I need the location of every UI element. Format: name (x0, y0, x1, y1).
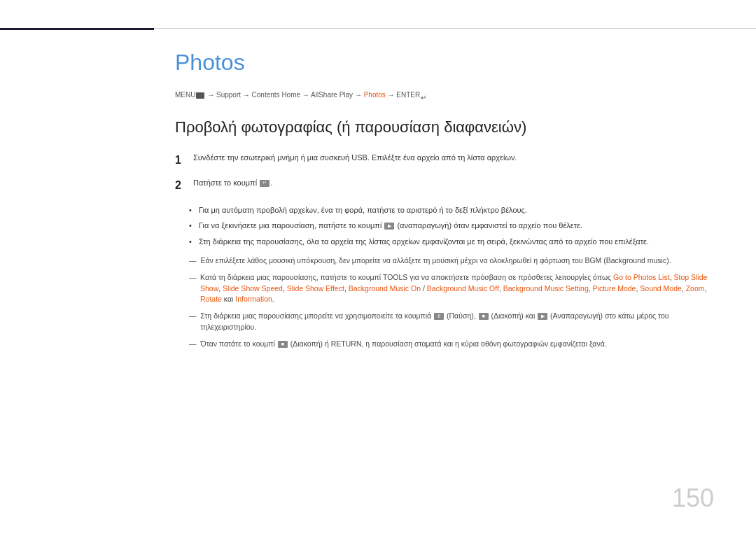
sub-item-3-text: Στη διάρκεια μιας παρουσίασης μπορείτε ν… (200, 311, 714, 333)
photos-link: Photos (364, 91, 386, 99)
bullet-2-text: Για να ξεκινήσετε μια παρουσίαση, πατήστ… (199, 220, 582, 232)
zoom-link: Zoom (686, 284, 705, 293)
slide-speed-link: Slide Show Speed (223, 284, 283, 293)
step-1-text: Συνδέστε την εσωτερική μνήμη ή μια συσκε… (193, 152, 517, 169)
sub-item-4-text: Όταν πατάτε το κουμπί ■ (Διακοπή) ή RETU… (201, 339, 607, 350)
content-area: Photos MENU → Support → Contents Home → … (154, 28, 756, 534)
enter-btn: ↵ (260, 180, 270, 187)
bgm-off-link: Background Music Off (427, 284, 499, 293)
sound-mode-link: Sound Mode (640, 284, 682, 293)
picture-mode-link: Picture Mode (593, 284, 636, 293)
sub-item-1-text: Εάν επιλέξετε λάθος μουσική υπόκρουση, δ… (201, 255, 671, 267)
goto-photos-link: Go to Photos List (613, 273, 670, 281)
sub-item-3: Στη διάρκεια μιας παρουσίασης μπορείτε ν… (189, 311, 714, 333)
sub-item-1: Εάν επιλέξετε λάθος μουσική υπόκρουση, δ… (189, 255, 714, 267)
bullet-1: Για μη αυτόματη προβολή αρχείων, ένα τη … (189, 204, 714, 216)
slide-effect-link: Slide Show Effect (287, 284, 344, 293)
left-sidebar (0, 28, 154, 534)
bullet-3: Στη διάρκεια της παρουσίασης, όλα τα αρχ… (189, 236, 714, 248)
stop-btn-icon: ■ (479, 313, 489, 320)
step-2-text: Πατήστε το κουμπί ↵. (193, 177, 272, 194)
bgm-setting-link: Background Music Setting (503, 284, 589, 293)
step-1-number: 1 (175, 152, 186, 169)
menu-icon (196, 92, 204, 99)
page-number: 150 (672, 484, 714, 513)
step-1: 1 Συνδέστε την εσωτερική μνήμη ή μια συσ… (175, 152, 714, 169)
section-title: Προβολή φωτογραφίας (ή παρουσίαση διαφαν… (175, 118, 714, 138)
bgm-on-link: Background Music On (349, 284, 421, 293)
menu-path: MENU → Support → Contents Home → AllShar… (175, 90, 714, 100)
bullet-3-text: Στη διάρκεια της παρουσίασης, όλα τα αρχ… (199, 236, 649, 248)
play-btn-icon: ▶ (384, 223, 394, 230)
step-2: 2 Πατήστε το κουμπί ↵. (175, 177, 714, 194)
bullet-list: Για μη αυτόματη προβολή αρχείων, ένα τη … (175, 204, 714, 248)
sub-item-2: Κατά τη διάρκεια μιας παρουσίασης, πατήσ… (189, 272, 714, 305)
play-btn2-icon: ▶ (538, 313, 547, 320)
pause-btn-icon: II (434, 313, 444, 320)
bullet-2: Για να ξεκινήσετε μια παρουσίαση, πατήστ… (189, 220, 714, 232)
rotate-link: Rotate (200, 295, 222, 303)
step-2-number: 2 (175, 177, 186, 194)
steps-list: 1 Συνδέστε την εσωτερική μνήμη ή μια συσ… (175, 152, 714, 194)
enter-icon (421, 92, 429, 99)
information-link: Information (235, 295, 272, 303)
sub-list: Εάν επιλέξετε λάθος μουσική υπόκρουση, δ… (175, 255, 714, 349)
page-title: Photos (175, 50, 714, 76)
stop-btn2-icon: ■ (278, 341, 288, 348)
sub-item-2-text: Κατά τη διάρκεια μιας παρουσίασης, πατήσ… (200, 272, 714, 305)
sub-item-4: Όταν πατάτε το κουμπί ■ (Διακοπή) ή RETU… (189, 339, 714, 350)
bullet-1-text: Για μη αυτόματη προβολή αρχείων, ένα τη … (199, 204, 527, 216)
